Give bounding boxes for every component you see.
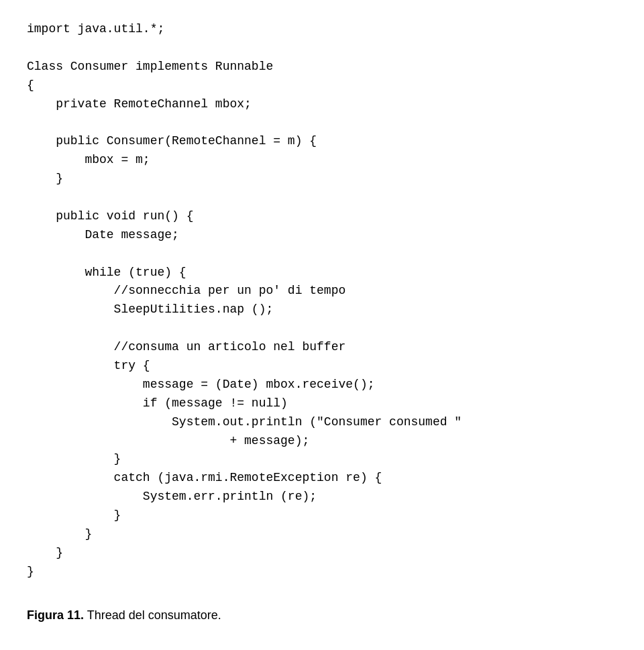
caption-text: Thread del consumatore. bbox=[84, 608, 221, 622]
figure-caption: Figura 11. Thread del consumatore. bbox=[27, 608, 617, 622]
code-block: import java.util.*; Class Consumer imple… bbox=[27, 20, 617, 582]
caption-label: Figura 11. bbox=[27, 608, 84, 622]
